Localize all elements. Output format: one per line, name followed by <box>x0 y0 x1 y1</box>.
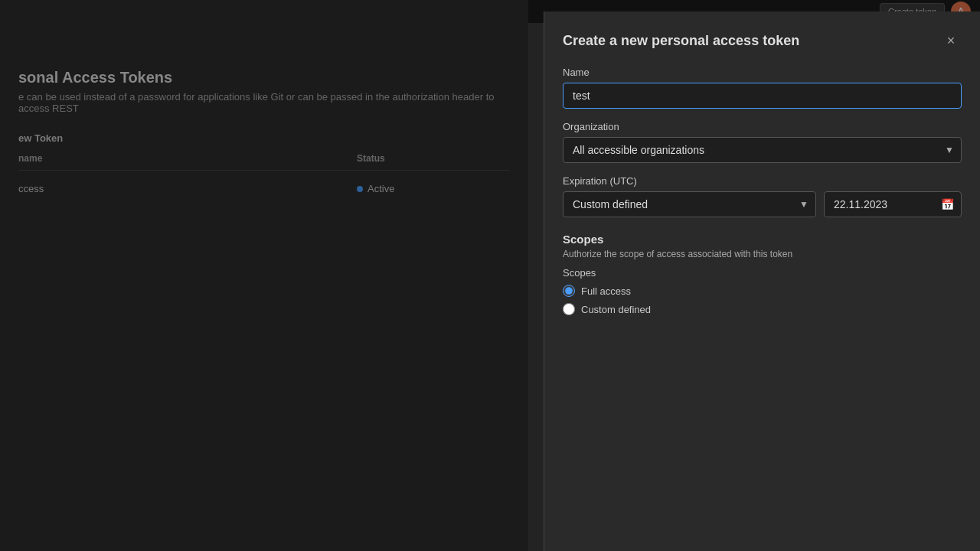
scopes-description: Authorize the scope of access associated… <box>563 249 962 259</box>
full-access-radio-label[interactable]: Full access <box>563 285 962 297</box>
org-select[interactable]: All accessible organizations My organiza… <box>563 137 962 163</box>
date-input-wrapper: 📅 <box>824 191 962 217</box>
expiry-row: Custom defined 30 days 60 days 90 days N… <box>563 191 962 217</box>
scopes-row: Scopes <box>563 267 962 279</box>
scopes-radio-group: Full access Custom defined <box>563 285 962 315</box>
custom-defined-label: Custom defined <box>581 304 651 315</box>
date-input[interactable] <box>824 191 962 217</box>
custom-defined-radio-label[interactable]: Custom defined <box>563 303 962 315</box>
full-access-radio[interactable] <box>563 285 575 297</box>
scopes-title: Scopes <box>563 233 962 246</box>
expiry-select-wrapper: Custom defined 30 days 60 days 90 days N… <box>563 191 816 217</box>
modal-title: Create a new personal access token <box>563 33 799 49</box>
create-token-modal: Create a new personal access token × Nam… <box>544 11 980 551</box>
name-label: Name <box>563 67 962 78</box>
modal-header: Create a new personal access token × <box>563 30 962 51</box>
org-select-wrapper: All accessible organizations My organiza… <box>563 137 962 163</box>
custom-defined-radio[interactable] <box>563 303 575 315</box>
org-label: Organization <box>563 121 962 132</box>
expiry-label: Expiration (UTC) <box>563 175 962 187</box>
full-access-label: Full access <box>581 285 631 297</box>
close-modal-button[interactable]: × <box>940 30 962 51</box>
expiry-field-group: Expiration (UTC) Custom defined 30 days … <box>563 175 962 217</box>
scopes-section: Scopes Authorize the scope of access ass… <box>563 233 962 315</box>
org-field-group: Organization All accessible organization… <box>563 121 962 163</box>
scopes-label: Scopes <box>563 267 596 279</box>
expiry-select[interactable]: Custom defined 30 days 60 days 90 days N… <box>563 191 816 217</box>
name-input[interactable] <box>563 83 962 109</box>
name-field-group: Name <box>563 67 962 109</box>
